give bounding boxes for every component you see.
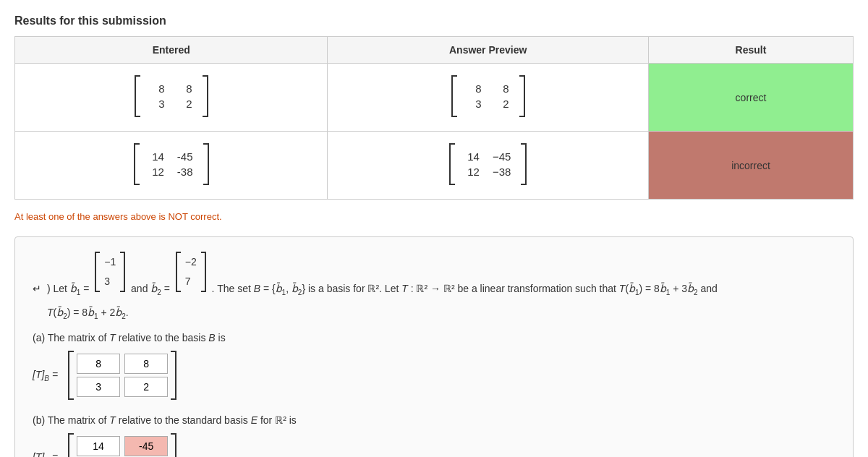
part-a-label-T: [T]B = [33, 369, 58, 383]
problem-statement: ↵ ) Let b̄1 = −1 3 and b̄2 = −2 7 [33, 252, 835, 299]
part-a-matrix [68, 351, 176, 400]
input-a-row2-col1[interactable] [77, 377, 120, 397]
entered-matrix-1: 8 8 3 2 [135, 75, 208, 117]
t-b2-line: T(b̄2) = 8b̄1 + 2b̄2. [47, 307, 835, 320]
problem-marker: ↵ [33, 283, 41, 294]
table-row: 14 -45 12 -38 [15, 132, 854, 200]
table-row: 8 8 3 2 [15, 64, 854, 132]
input-b-row1-col2[interactable] [124, 436, 168, 456]
part-b-label-T: [T]E = [33, 451, 58, 457]
col-result: Result [649, 37, 854, 64]
problem-section: ↵ ) Let b̄1 = −1 3 and b̄2 = −2 7 [14, 236, 854, 457]
preview-matrix-2: 14 −45 12 −38 [449, 143, 527, 185]
part-b: (b) The matrix of T relative to the stan… [33, 414, 835, 457]
input-a-row1-col2[interactable] [124, 354, 168, 374]
result-incorrect-label: incorrect [731, 160, 770, 171]
part-b-label: (b) The matrix of T relative to the stan… [33, 414, 835, 426]
input-b-row1-col1[interactable] [77, 436, 120, 456]
entered-matrix-2: 14 -45 12 -38 [134, 143, 209, 185]
page-title: Results for this submission [14, 14, 854, 27]
part-a-equation: [T]B = [33, 351, 835, 400]
input-a-row2-col2[interactable] [124, 377, 168, 397]
part-b-equation: [T]E = [33, 433, 835, 457]
b2-vector: −2 7 [176, 252, 206, 292]
input-a-row1-col1[interactable] [77, 354, 120, 374]
part-a: (a) The matrix of T relative to the basi… [33, 332, 835, 400]
col-entered: Entered [15, 37, 328, 64]
warning-text: At least one of the answers above is NOT… [14, 211, 854, 222]
b1-vector: −1 3 [95, 252, 125, 292]
part-a-label: (a) The matrix of T relative to the basi… [33, 332, 835, 343]
part-b-matrix [68, 433, 176, 457]
result-correct-label: correct [736, 92, 767, 103]
col-preview: Answer Preview [328, 37, 649, 64]
preview-matrix-1: 8 8 3 2 [451, 75, 525, 117]
results-table: Entered Answer Preview Result 8 8 [14, 36, 854, 200]
